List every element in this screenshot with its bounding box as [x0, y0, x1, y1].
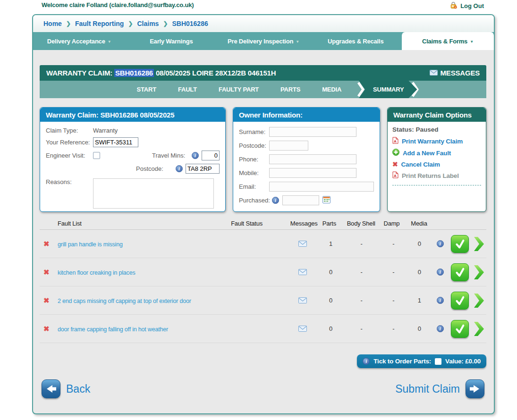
order-parts-value: Value: £0.00 [445, 358, 481, 365]
message-envelope-icon[interactable] [287, 326, 319, 332]
cancel-claim-link[interactable]: ✖ Cancel Claim [392, 160, 481, 168]
reasons-textarea[interactable] [93, 178, 214, 209]
welcome-text: Welcome claire Folland (claire.folland@s… [42, 1, 194, 8]
reasons-label: Reasons: [46, 178, 93, 185]
mobile-input[interactable] [269, 168, 356, 178]
fault-link[interactable]: 2 end caps missing off capping at top of… [58, 298, 191, 304]
step-summary-active: SUMMARY [357, 81, 419, 98]
header-messages: Messages [287, 220, 319, 227]
parts-count: 0 [319, 297, 343, 304]
claim-number-selected: SBH016286 [114, 69, 154, 77]
travel-mins-input[interactable] [202, 151, 220, 160]
engineer-visit-label: Engineer Visit: [46, 152, 93, 159]
header-fault-status: Fault Status [227, 220, 287, 227]
header-media: Media [407, 220, 432, 227]
fault-table: Fault List Fault Status Messages Parts B… [40, 218, 486, 343]
claim-banner: WARRANTY CLAIM: SBH016286 08/05/2025 LOI… [40, 65, 486, 81]
order-parts-pill: i Tick to Order Parts: Value: £0.00 [357, 354, 486, 368]
step-start[interactable]: START [137, 86, 156, 93]
step-faulty-part[interactable]: FAULTY PART [219, 86, 259, 93]
message-envelope-icon[interactable] [287, 269, 319, 275]
print-warranty-claim-link[interactable]: A Print Warranty Claim [392, 137, 481, 145]
top-bar: Welcome claire Folland (claire.folland@s… [42, 1, 484, 10]
delete-fault-icon[interactable]: ✖ [40, 240, 50, 248]
calendar-icon[interactable] [322, 196, 331, 205]
open-fault-arrow-icon[interactable] [471, 293, 486, 308]
header-body-shell: Body Shell [343, 220, 380, 227]
info-icon[interactable]: i [192, 152, 199, 159]
info-icon[interactable]: i [437, 325, 444, 332]
info-icon[interactable]: i [437, 240, 444, 247]
fault-row: ✖ door frame capping falling off in hot … [40, 315, 486, 343]
breadcrumb-home[interactable]: Home [43, 20, 62, 27]
header-damp: Damp [380, 220, 407, 227]
info-icon[interactable]: i [437, 297, 444, 304]
info-icon[interactable]: i [363, 358, 370, 365]
chevron-down-icon: ▼ [296, 40, 299, 44]
fault-row: ✖ grill pan handle is missing 1 - - 0 i [40, 230, 486, 258]
fault-row: ✖ 2 end caps missing off capping at top … [40, 286, 486, 315]
body-shell-value: - [343, 325, 380, 332]
tab-pre-delivery-inspection[interactable]: Pre Delivery Inspection▼ [217, 32, 309, 50]
order-parts-row: i Tick to Order Parts: Value: £0.00 [40, 354, 486, 368]
phone-label: Phone: [239, 156, 269, 163]
media-count: 0 [407, 240, 432, 247]
info-icon[interactable]: i [176, 165, 183, 172]
purchased-input[interactable] [282, 195, 319, 205]
delete-fault-icon[interactable]: ✖ [40, 325, 50, 333]
pdf-icon: A [392, 137, 398, 145]
step-parts[interactable]: PARTS [280, 86, 300, 93]
complete-fault-button[interactable] [451, 263, 469, 281]
owner-postcode-input[interactable] [269, 141, 308, 151]
breadcrumb-fault-reporting[interactable]: Fault Reporting [75, 20, 124, 27]
svg-text:A: A [394, 174, 397, 178]
messages-button[interactable]: MESSAGES [430, 69, 480, 77]
chevron-right-icon: ❯ [163, 20, 168, 27]
fault-link[interactable]: door frame capping falling off in hot we… [58, 326, 168, 333]
delete-fault-icon[interactable]: ✖ [40, 268, 50, 276]
message-envelope-icon[interactable] [287, 241, 319, 247]
breadcrumb-claims[interactable]: Claims [137, 20, 159, 27]
add-new-fault-link[interactable]: Add a New Fault [392, 149, 481, 157]
step-media[interactable]: MEDIA [322, 86, 341, 93]
step-fault[interactable]: FAULT [178, 86, 197, 93]
fault-link[interactable]: grill pan handle is missing [58, 241, 123, 248]
print-returns-label-link[interactable]: A Print Returns Label [392, 171, 481, 180]
reference-input[interactable] [93, 137, 138, 147]
complete-fault-button[interactable] [451, 235, 469, 253]
owner-information-panel: Owner Information: Surname: Postcode: Ph… [233, 107, 380, 212]
parts-count: 0 [319, 269, 343, 276]
delete-fault-icon[interactable]: ✖ [40, 296, 50, 304]
info-icon[interactable]: i [437, 269, 444, 276]
message-envelope-icon[interactable] [287, 297, 319, 303]
warranty-claim-panel-title: Warranty Claim: SBH016286 08/05/2025 [40, 108, 225, 122]
email-input[interactable] [269, 182, 374, 192]
tab-claims-forms[interactable]: Claims & Forms▼ [402, 32, 494, 50]
footer-nav: Back Submit Claim [40, 379, 486, 398]
submit-claim-button[interactable]: Submit Claim [395, 379, 484, 398]
open-fault-arrow-icon[interactable] [471, 265, 486, 280]
phone-input[interactable] [269, 154, 356, 164]
fault-link[interactable]: kitchen floor creaking in places [58, 269, 136, 276]
claim-type-value: Warranty [93, 127, 118, 134]
engineer-visit-checkbox[interactable] [93, 152, 100, 159]
tab-upgrades-recalls[interactable]: Upgrades & Recalls [310, 32, 402, 50]
purchased-label: Purchased: [239, 197, 270, 204]
parts-count: 1 [319, 240, 343, 247]
logout-label: Log Out [460, 2, 484, 9]
postcode-input[interactable] [186, 164, 220, 174]
chevron-down-icon: ▼ [470, 40, 474, 44]
open-fault-arrow-icon[interactable] [471, 236, 486, 252]
back-button[interactable]: Back [42, 379, 90, 398]
logout-button[interactable]: Log Out [450, 1, 484, 10]
order-parts-checkbox[interactable] [435, 358, 441, 365]
surname-input[interactable] [269, 127, 356, 137]
chevron-down-icon: ▼ [108, 40, 111, 44]
open-fault-arrow-icon[interactable] [471, 321, 486, 336]
complete-fault-button[interactable] [451, 292, 469, 310]
warranty-claim-panel: Warranty Claim: SBH016286 08/05/2025 Cla… [40, 107, 226, 212]
tab-delivery-acceptance[interactable]: Delivery Acceptance▼ [33, 32, 125, 50]
info-icon[interactable]: i [272, 197, 279, 204]
complete-fault-button[interactable] [451, 320, 469, 338]
tab-early-warnings[interactable]: Early Warnings [125, 32, 217, 50]
